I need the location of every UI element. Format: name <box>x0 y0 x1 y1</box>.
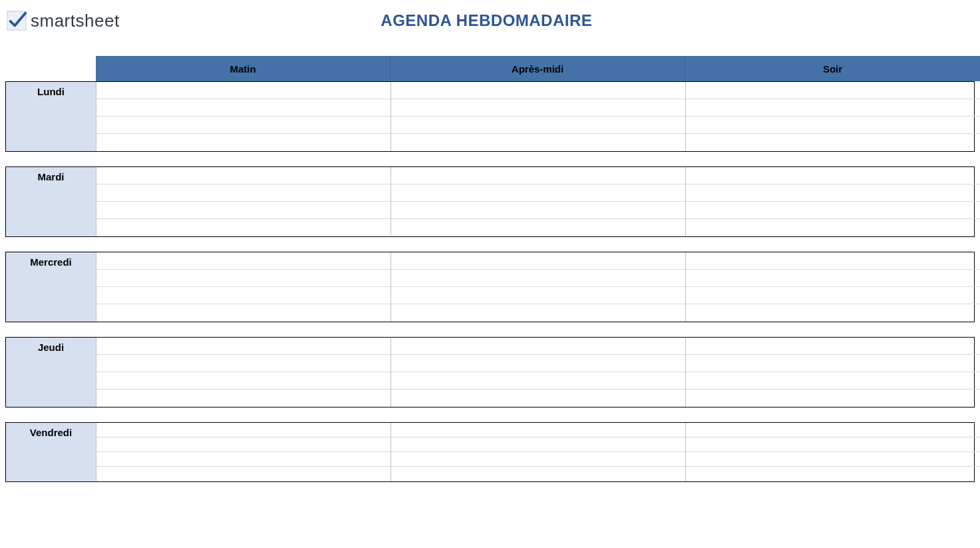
agenda-cell[interactable] <box>96 355 391 372</box>
agenda-cell[interactable] <box>391 287 685 304</box>
day-column <box>96 167 391 236</box>
agenda-cell[interactable] <box>96 219 391 236</box>
agenda-cell[interactable] <box>686 99 980 117</box>
col-header-soir: Soir <box>685 56 980 81</box>
agenda-cell[interactable] <box>96 390 391 407</box>
agenda-cell[interactable] <box>96 270 391 287</box>
agenda-cell[interactable] <box>686 117 980 134</box>
page-title: AGENDA HEBDOMADAIRE <box>0 11 973 30</box>
day-block: Lundi <box>5 81 975 152</box>
agenda-cell[interactable] <box>96 287 391 304</box>
agenda-sheet: Matin Après-midi Soir LundiMardiMercredi… <box>0 56 980 495</box>
agenda-cell[interactable] <box>96 134 391 151</box>
agenda-cell[interactable] <box>391 99 685 117</box>
time-header-row: Matin Après-midi Soir <box>5 56 975 81</box>
day-column <box>391 82 686 151</box>
day-label: Lundi <box>6 82 96 151</box>
agenda-cell[interactable] <box>96 117 391 134</box>
day-column <box>391 338 686 407</box>
day-label: Mercredi <box>6 252 96 322</box>
agenda-cell[interactable] <box>686 134 980 151</box>
day-column <box>391 423 686 481</box>
agenda-cell[interactable] <box>391 338 685 355</box>
header-blank <box>5 56 96 81</box>
agenda-cell[interactable] <box>686 423 980 437</box>
agenda-cell[interactable] <box>391 184 685 202</box>
agenda-cell[interactable] <box>686 452 980 467</box>
day-column <box>686 82 980 151</box>
day-label: Vendredi <box>6 423 96 481</box>
agenda-cell[interactable] <box>686 437 980 452</box>
agenda-cell[interactable] <box>686 304 980 322</box>
checkmark-icon <box>7 11 27 31</box>
agenda-cell[interactable] <box>391 437 685 452</box>
agenda-cell[interactable] <box>96 338 391 355</box>
day-block: Jeudi <box>5 337 975 408</box>
day-column <box>391 252 686 322</box>
agenda-cell[interactable] <box>391 270 685 287</box>
agenda-cell[interactable] <box>391 82 685 99</box>
agenda-cell[interactable] <box>96 452 391 467</box>
agenda-cell[interactable] <box>686 167 980 184</box>
day-column <box>686 423 980 481</box>
agenda-cell[interactable] <box>391 390 685 407</box>
agenda-cell[interactable] <box>391 372 685 390</box>
agenda-cell[interactable] <box>686 184 980 202</box>
days-container: LundiMardiMercrediJeudiVendredi <box>5 81 975 482</box>
agenda-cell[interactable] <box>686 467 980 481</box>
day-column <box>96 338 391 407</box>
agenda-cell[interactable] <box>96 304 391 322</box>
agenda-cell[interactable] <box>96 167 391 184</box>
page-header: smartsheet AGENDA HEBDOMADAIRE <box>0 0 980 39</box>
agenda-cell[interactable] <box>686 252 980 270</box>
agenda-cell[interactable] <box>96 467 391 481</box>
agenda-cell[interactable] <box>686 338 980 355</box>
agenda-cell[interactable] <box>391 467 685 481</box>
agenda-cell[interactable] <box>96 372 391 390</box>
agenda-cell[interactable] <box>96 184 391 202</box>
day-gap <box>5 237 975 252</box>
agenda-cell[interactable] <box>686 82 980 99</box>
day-block: Mercredi <box>5 252 975 322</box>
agenda-cell[interactable] <box>96 202 391 219</box>
day-label: Mardi <box>6 167 96 236</box>
agenda-cell[interactable] <box>96 99 391 117</box>
day-column <box>96 423 391 481</box>
agenda-cell[interactable] <box>96 252 391 270</box>
day-column <box>96 82 391 151</box>
agenda-cell[interactable] <box>391 167 685 184</box>
day-column <box>96 252 391 322</box>
agenda-cell[interactable] <box>391 117 685 134</box>
agenda-cell[interactable] <box>391 304 685 322</box>
day-column <box>686 252 980 322</box>
agenda-cell[interactable] <box>686 390 980 407</box>
col-header-apresmidi: Après-midi <box>391 56 685 81</box>
day-column <box>391 167 686 236</box>
day-label: Jeudi <box>6 338 96 407</box>
agenda-cell[interactable] <box>391 252 685 270</box>
agenda-cell[interactable] <box>686 219 980 236</box>
day-gap <box>5 408 975 422</box>
col-header-matin: Matin <box>96 56 391 81</box>
agenda-cell[interactable] <box>391 355 685 372</box>
agenda-cell[interactable] <box>96 82 391 99</box>
agenda-cell[interactable] <box>391 202 685 219</box>
agenda-cell[interactable] <box>391 134 685 151</box>
agenda-cell[interactable] <box>391 219 685 236</box>
day-block: Mardi <box>5 166 975 237</box>
day-column <box>686 338 980 407</box>
day-gap <box>5 152 975 166</box>
agenda-cell[interactable] <box>686 355 980 372</box>
agenda-cell[interactable] <box>96 437 391 452</box>
agenda-cell[interactable] <box>686 270 980 287</box>
agenda-cell[interactable] <box>686 202 980 219</box>
agenda-cell[interactable] <box>391 423 685 437</box>
agenda-cell[interactable] <box>686 372 980 390</box>
day-column <box>686 167 980 236</box>
day-block: Vendredi <box>5 422 975 482</box>
agenda-cell[interactable] <box>96 423 391 437</box>
day-gap <box>5 322 975 337</box>
agenda-cell[interactable] <box>686 287 980 304</box>
agenda-cell[interactable] <box>391 452 685 467</box>
